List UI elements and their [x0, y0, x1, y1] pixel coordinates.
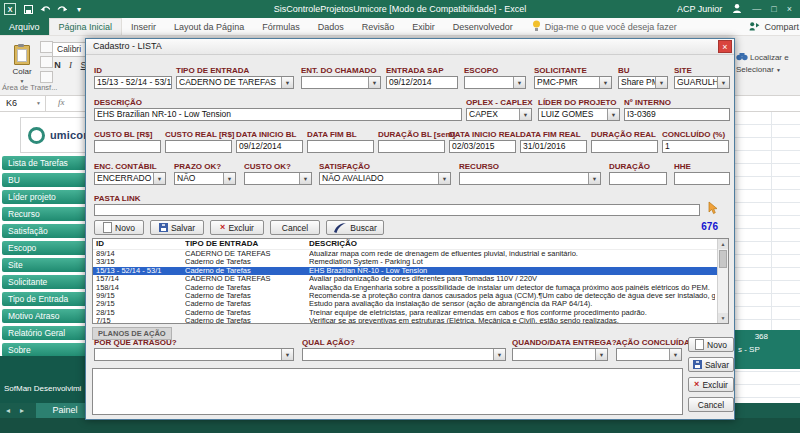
dropdown-arrow-icon[interactable]: ▼	[281, 77, 293, 88]
novo-button[interactable]: Novo	[94, 220, 144, 235]
dropdown-arrow-icon[interactable]: ▼	[153, 173, 165, 184]
buscar-button[interactable]: Buscar	[326, 220, 384, 235]
dropdown-arrow-icon[interactable]: ▼	[493, 349, 505, 360]
qual-acao-combo[interactable]: ▼	[302, 348, 506, 361]
table-row[interactable]: 158/14Caderno de TarefasAvaliação da Eng…	[93, 284, 728, 292]
table-row[interactable]: 99/15Caderno de TarefasRecomenda-se a pr…	[93, 292, 728, 300]
planos-salvar-button[interactable]: Salvar	[688, 357, 734, 372]
share-button[interactable]: Compart	[749, 18, 800, 36]
tab-formulas[interactable]: Fórmulas	[253, 18, 309, 35]
dialog-title-bar[interactable]: Cadastro - LISTA ×	[86, 39, 734, 55]
excluir-button[interactable]: ×Excluir	[210, 220, 264, 235]
table-row[interactable]: 28/15Caderno de TarefasTreinar equipe de…	[93, 309, 728, 317]
dropdown-arrow-icon[interactable]: ▼	[717, 77, 729, 88]
fx-icon[interactable]: fx	[58, 97, 65, 107]
custo-bl-field[interactable]	[94, 140, 161, 153]
custo-real-field[interactable]	[165, 140, 232, 153]
data-inicio-bl-field[interactable]: 09/12/2014	[236, 140, 303, 153]
dropdown-arrow-icon[interactable]: ▼	[223, 173, 235, 184]
list-scrollbar[interactable]: ▲ ▼	[717, 239, 728, 323]
sheet-nav-left-icon[interactable]: ◂	[6, 403, 10, 418]
tab-inserir[interactable]: Inserir	[122, 18, 165, 35]
dropdown-arrow-icon[interactable]: ▼	[599, 77, 611, 88]
cancel-button[interactable]: Cancel	[270, 220, 320, 235]
sheet-nav-right-icon[interactable]: ▸	[20, 403, 24, 418]
planos-novo-button[interactable]: Novo	[688, 337, 734, 352]
descricao-field[interactable]: EHS Brazilian NR-10 - Low Tension	[94, 108, 462, 121]
scroll-down-icon[interactable]: ▼	[718, 313, 728, 323]
por-que-atrasou-combo[interactable]: ▼	[94, 348, 294, 361]
pasta-link-field[interactable]	[94, 204, 700, 216]
paste-button[interactable]: Colar ▼	[5, 39, 39, 89]
tab-layout-da-pagina[interactable]: Layout da Página	[165, 18, 253, 35]
custo-ok-combo[interactable]: ▼	[244, 172, 312, 185]
escopo-combo[interactable]: ▼	[464, 76, 526, 89]
scroll-up-icon[interactable]: ▲	[718, 239, 728, 249]
table-row[interactable]: 33/15Caderno de TarefasRemediation Syste…	[93, 258, 728, 266]
dropdown-arrow-icon[interactable]: ▼	[588, 173, 600, 184]
dropdown-arrow-icon[interactable]: ▼	[368, 77, 380, 88]
prazo-ok-combo[interactable]: NÃO▼	[174, 172, 236, 185]
dropdown-arrow-icon[interactable]: ▼	[519, 109, 531, 120]
signed-in-user[interactable]: ACP Junior	[677, 4, 722, 14]
data-fim-bl-field[interactable]	[307, 140, 374, 153]
table-row[interactable]: 7/15Caderno de TarefasVerificar se as pr…	[93, 317, 728, 324]
worksheet-cell[interactable]	[735, 356, 800, 369]
dropdown-arrow-icon[interactable]: ▼	[281, 349, 293, 360]
worksheet-cell[interactable]: 368	[735, 330, 800, 343]
id-field[interactable]: 15/13 - 52/14 - 53/1	[94, 76, 172, 89]
bu-combo[interactable]: Share PMC▼	[618, 76, 668, 89]
acao-concluida-combo[interactable]: ▼	[616, 348, 682, 361]
tab-desenvolvedor[interactable]: Desenvolvedor	[444, 18, 522, 35]
salvar-button[interactable]: Salvar	[150, 220, 204, 235]
tipo-entrada-combo[interactable]: CADERNO DE TAREFAS▼	[176, 76, 294, 89]
dropdown-arrow-icon[interactable]: ▼	[669, 349, 681, 360]
italic-button[interactable]: I	[65, 60, 76, 70]
duracao-bl-field[interactable]	[378, 140, 445, 153]
dropdown-arrow-icon[interactable]: ▼	[299, 173, 311, 184]
minimize-button[interactable]: —	[752, 0, 761, 18]
name-box-dropdown-icon[interactable]: ▼	[36, 100, 41, 106]
dropdown-arrow-icon[interactable]: ▼	[513, 77, 525, 88]
satisfacao-combo[interactable]: NÃO AVALIADO▼	[319, 172, 451, 185]
pasta-link-icon[interactable]	[706, 201, 719, 215]
worksheet-cell[interactable]: s - SP	[735, 343, 800, 356]
person-icon[interactable]	[732, 3, 742, 15]
dropdown-arrow-icon[interactable]: ▼	[607, 109, 619, 120]
records-listbox[interactable]: ID TIPO DE ENTRADA DESCRIÇÃO 89/14CADERN…	[92, 238, 729, 324]
duracao-field[interactable]	[609, 172, 667, 185]
num-interno-field[interactable]: I3-0369	[624, 108, 730, 121]
tab-pagina-inicial[interactable]: Página Inicial	[49, 18, 123, 35]
table-row[interactable]: 29/15Caderno de TarefasEstudo para avali…	[93, 300, 728, 308]
table-row-selected[interactable]: 15/13 - 52/14 - 53/1Caderno de TarefasEH…	[93, 267, 728, 275]
site-combo[interactable]: GUARULHOS▼	[674, 76, 730, 89]
table-row[interactable]: 157/14CADERNO DE TAREFASAvaliar padroniz…	[93, 275, 728, 283]
format-painter-icon[interactable]	[40, 71, 53, 83]
data-fim-real-field[interactable]: 31/01/2016	[520, 140, 587, 153]
tab-revisao[interactable]: Revisão	[353, 18, 404, 35]
concluido-field[interactable]: 1	[662, 140, 729, 153]
recurso-combo[interactable]: ▼	[459, 172, 601, 185]
tab-dados[interactable]: Dados	[309, 18, 353, 35]
oplex-combo[interactable]: CAPEX▼	[466, 108, 532, 121]
close-icon[interactable]: ×	[718, 40, 732, 53]
data-inicio-real-field[interactable]: 02/03/2015	[449, 140, 516, 153]
duracao-real-field[interactable]	[591, 140, 658, 153]
tab-exibir[interactable]: Exibir	[403, 18, 444, 35]
dropdown-arrow-icon[interactable]: ▼	[655, 77, 667, 88]
quando-data-entrega-combo[interactable]: ▼	[512, 348, 608, 361]
dropdown-arrow-icon[interactable]: ▼	[438, 173, 450, 184]
close-button[interactable]: ×	[787, 0, 792, 18]
scrollbar-thumb[interactable]	[719, 250, 727, 268]
tell-me-box[interactable]: Diga-me o que você deseja fazer	[522, 18, 677, 35]
maximize-button[interactable]: □	[771, 0, 776, 18]
find-select-button[interactable]: Localizar e Selecionar ▼	[736, 52, 798, 76]
hhe-field[interactable]	[674, 172, 730, 185]
entrada-sap-field[interactable]: 09/12/2014	[386, 76, 458, 89]
tab-arquivo[interactable]: Arquivo	[0, 18, 49, 35]
planos-cancel-button[interactable]: Cancel	[688, 397, 734, 412]
solicitante-combo[interactable]: PMC-PMR▼	[534, 76, 612, 89]
lider-combo[interactable]: LUIZ GOMES▼	[538, 108, 620, 121]
planos-list-area[interactable]	[92, 368, 683, 415]
bold-button[interactable]: N	[52, 60, 63, 70]
